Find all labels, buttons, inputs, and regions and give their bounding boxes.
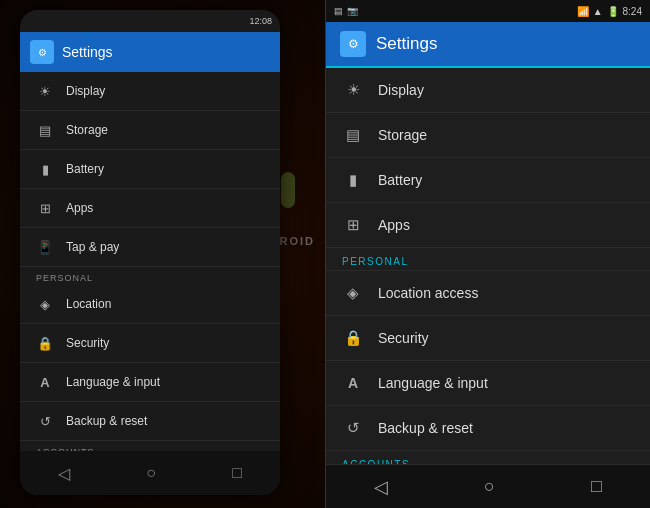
phone-settings-icon: ⚙ (30, 40, 54, 64)
location-access-label: Location access (378, 285, 478, 301)
list-item[interactable]: ↺ Backup & reset (326, 406, 650, 451)
display-icon: ☀ (36, 82, 54, 100)
location-access-icon: ◈ (342, 282, 364, 304)
list-item[interactable]: ☀ Display (326, 68, 650, 113)
list-item[interactable]: ▮ Battery (20, 150, 280, 189)
backup-icon: ↺ (342, 417, 364, 439)
storage-icon: ▤ (36, 121, 54, 139)
home-nav-icon[interactable]: ○ (146, 464, 156, 482)
language-icon: A (36, 373, 54, 391)
battery-icon: ▮ (36, 160, 54, 178)
personal-section-label: PERSONAL (326, 248, 650, 271)
language-label: Language & input (378, 375, 488, 391)
phone-header: ⚙ Settings (20, 32, 280, 72)
right-back-icon[interactable]: ◁ (374, 476, 388, 498)
battery-icon: ▮ (342, 169, 364, 191)
tap-pay-label: Tap & pay (66, 240, 119, 254)
storage-label: Storage (66, 123, 108, 137)
left-phone: 12:08 ⚙ Settings ☀ Display ▤ Storage ▮ B… (20, 10, 280, 495)
list-item[interactable]: A Language & input (20, 363, 280, 402)
storage-label: Storage (378, 127, 427, 143)
display-label: Display (378, 82, 424, 98)
right-status-bar: ▤ 📷 📶 ▲ 🔋 8:24 (326, 0, 650, 22)
right-recent-icon[interactable]: □ (591, 476, 602, 497)
notification-icon-2: 📷 (347, 6, 358, 16)
location-icon: ◈ (36, 295, 54, 313)
security-label: Security (378, 330, 429, 346)
location-label: Location (66, 297, 111, 311)
security-label: Security (66, 336, 109, 350)
status-right-area: 📶 ▲ 🔋 8:24 (577, 6, 642, 17)
wifi-icon: 📶 (577, 6, 589, 17)
phone-settings-list: ☀ Display ▤ Storage ▮ Battery ⊞ Apps 📱 T… (20, 72, 280, 451)
tap-pay-icon: 📱 (36, 238, 54, 256)
phone-status-bar: 12:08 (20, 10, 280, 32)
list-item[interactable]: ◈ Location access (326, 271, 650, 316)
apps-label: Apps (66, 201, 93, 215)
display-label: Display (66, 84, 105, 98)
list-item[interactable]: ↺ Backup & reset (20, 402, 280, 441)
apps-label: Apps (378, 217, 410, 233)
svg-rect-7 (281, 172, 295, 208)
phone-nav-bar: ◁ ○ □ (20, 451, 280, 495)
left-panel: TUTTOANDROID 12:08 ⚙ Settings ☀ Display … (0, 0, 325, 508)
list-item[interactable]: ▤ Storage (20, 111, 280, 150)
phone-time: 12:08 (249, 16, 272, 26)
signal-icon: ▲ (593, 6, 603, 17)
recent-nav-icon[interactable]: □ (232, 464, 242, 482)
backup-label: Backup & reset (66, 414, 147, 428)
list-item[interactable]: ⊞ Apps (326, 203, 650, 248)
accounts-section-label: ACCOUNTS (20, 441, 280, 451)
language-label: Language & input (66, 375, 160, 389)
backup-icon: ↺ (36, 412, 54, 430)
display-icon: ☀ (342, 79, 364, 101)
list-item[interactable]: ◈ Location (20, 285, 280, 324)
security-icon: 🔒 (342, 327, 364, 349)
security-icon: 🔒 (36, 334, 54, 352)
list-item[interactable]: ▮ Battery (326, 158, 650, 203)
notification-icon-1: ▤ (334, 6, 343, 16)
right-panel: ▤ 📷 📶 ▲ 🔋 8:24 ⚙ Settings ☀ Display ▤ St… (325, 0, 650, 508)
battery-label: Battery (378, 172, 422, 188)
right-home-icon[interactable]: ○ (484, 476, 495, 497)
right-settings-icon: ⚙ (340, 31, 366, 57)
right-settings-list: ☀ Display ▤ Storage ▮ Battery ⊞ Apps PER… (326, 68, 650, 464)
right-header: ⚙ Settings (326, 22, 650, 66)
list-item[interactable]: ⊞ Apps (20, 189, 280, 228)
accounts-section-label: ACCOUNTS (326, 451, 650, 464)
list-item[interactable]: A Language & input (326, 361, 650, 406)
storage-icon: ▤ (342, 124, 364, 146)
backup-label: Backup & reset (378, 420, 473, 436)
list-item[interactable]: ▤ Storage (326, 113, 650, 158)
battery-label: Battery (66, 162, 104, 176)
right-nav-bar: ◁ ○ □ (326, 464, 650, 508)
list-item[interactable]: ☀ Display (20, 72, 280, 111)
right-header-title: Settings (376, 34, 437, 54)
list-item[interactable]: 🔒 Security (326, 316, 650, 361)
back-nav-icon[interactable]: ◁ (58, 464, 70, 483)
list-item[interactable]: 📱 Tap & pay (20, 228, 280, 267)
language-icon: A (342, 372, 364, 394)
clock: 8:24 (623, 6, 642, 17)
apps-icon: ⊞ (342, 214, 364, 236)
personal-section-label: PERSONAL (20, 267, 280, 285)
list-item[interactable]: 🔒 Security (20, 324, 280, 363)
phone-header-title: Settings (62, 44, 113, 60)
battery-status-icon: 🔋 (607, 6, 619, 17)
apps-icon: ⊞ (36, 199, 54, 217)
status-left-icons: ▤ 📷 (334, 6, 358, 16)
